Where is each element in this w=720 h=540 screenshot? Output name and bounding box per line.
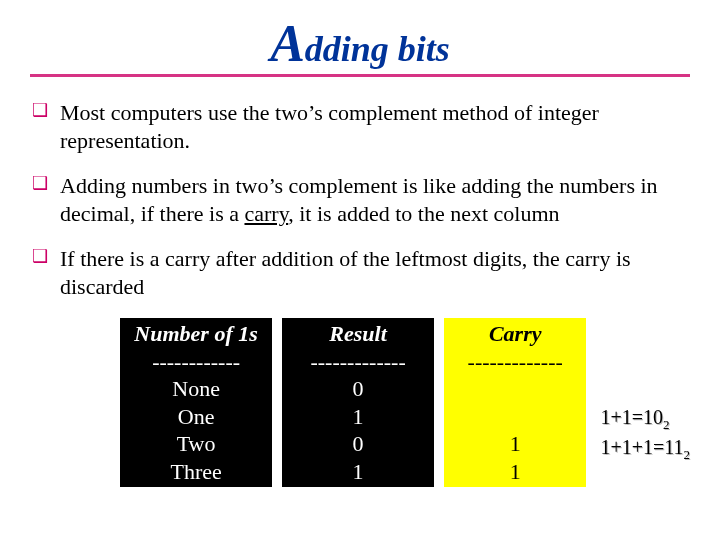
- table-cell: Three: [120, 458, 272, 486]
- bullet-list: Most computers use the two’s complement …: [30, 99, 690, 300]
- carry-table: Number of 1s ------------ None One Two T…: [120, 318, 690, 487]
- bullet-item: Adding numbers in two’s complement is li…: [30, 172, 690, 227]
- table-cell: [444, 403, 586, 431]
- bullet-text: If there is a carry after addition of th…: [60, 246, 631, 299]
- bullet-text: Adding numbers in two’s complement is li…: [60, 173, 658, 226]
- table-cell: 1: [282, 403, 434, 431]
- table-cell: None: [120, 375, 272, 403]
- annotation-text: 1+1+1=11: [600, 436, 683, 458]
- table-cell: 1: [444, 458, 586, 486]
- annotation-line: 1+1+1=112: [600, 434, 690, 464]
- col-number-of-1s: Number of 1s ------------ None One Two T…: [120, 318, 272, 487]
- table-cell: 0: [282, 430, 434, 458]
- col-header: Number of 1s: [120, 320, 272, 348]
- annotation-sub: 2: [683, 447, 690, 462]
- binary-annotations: 1+1=102 1+1+1=112: [600, 318, 690, 463]
- table-cell: 0: [282, 375, 434, 403]
- bullet-item: If there is a carry after addition of th…: [30, 245, 690, 300]
- col-header: Carry: [444, 320, 586, 348]
- table-cell: Two: [120, 430, 272, 458]
- table-cell: 1: [282, 458, 434, 486]
- annotation-line: 1+1=102: [600, 404, 690, 434]
- col-result: Result ------------- 0 1 0 1: [282, 318, 434, 487]
- col-header: Result: [282, 320, 434, 348]
- table-cell: 1: [444, 430, 586, 458]
- annotation-sub: 2: [663, 417, 670, 432]
- col-separator: ------------: [120, 348, 272, 376]
- title-wrap: Adding bits: [30, 18, 690, 77]
- bullet-item: Most computers use the two’s complement …: [30, 99, 690, 154]
- title-initial: A: [270, 15, 305, 72]
- carry-word: carry: [244, 201, 288, 226]
- col-carry: Carry ------------- 1 1: [444, 318, 586, 487]
- slide: Adding bits Most computers use the two’s…: [0, 0, 720, 540]
- table-cell: One: [120, 403, 272, 431]
- slide-title: Adding bits: [270, 18, 450, 70]
- col-separator: -------------: [282, 348, 434, 376]
- table-cell: [444, 375, 586, 403]
- annotation-text: 1+1=10: [600, 406, 663, 428]
- title-rest: dding bits: [305, 29, 450, 69]
- col-separator: -------------: [444, 348, 586, 376]
- bullet-text: Most computers use the two’s complement …: [60, 100, 599, 153]
